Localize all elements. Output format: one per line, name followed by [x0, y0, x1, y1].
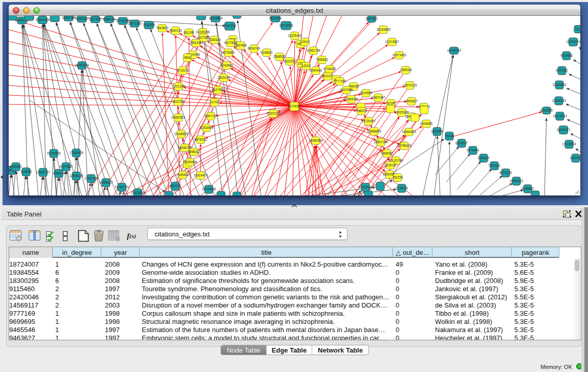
svg-text:10975887: 10975887	[59, 165, 73, 168]
svg-text:19654923: 19654923	[402, 130, 416, 134]
svg-text:1615132: 1615132	[384, 163, 397, 167]
svg-text:15751074: 15751074	[566, 40, 580, 43]
svg-text:9146821: 9146821	[260, 51, 273, 54]
svg-text:7532621: 7532621	[488, 164, 500, 167]
svg-text:891295: 891295	[184, 31, 194, 34]
svg-text:62160: 62160	[386, 101, 396, 105]
svg-text:17359926: 17359926	[69, 151, 83, 155]
svg-text:7485063: 7485063	[400, 68, 412, 72]
svg-text:19166825: 19166825	[174, 132, 188, 136]
svg-text:26053346: 26053346	[75, 63, 89, 67]
svg-text:0699695: 0699695	[420, 122, 432, 125]
svg-text:20206526: 20206526	[47, 151, 61, 155]
svg-text:16543362: 16543362	[189, 41, 203, 45]
svg-text:6794028: 6794028	[323, 67, 336, 71]
svg-text:10025438: 10025438	[395, 111, 409, 114]
svg-text:7357224: 7357224	[224, 24, 236, 28]
svg-text:19937181: 19937181	[61, 16, 76, 19]
svg-text:8660123: 8660123	[169, 29, 182, 32]
svg-text:7515526: 7515526	[143, 23, 155, 27]
svg-text:41700: 41700	[210, 100, 219, 104]
svg-text:11923468: 11923468	[131, 191, 145, 194]
svg-text:17016504: 17016504	[562, 142, 576, 146]
svg-text:1167534: 1167534	[570, 156, 580, 160]
svg-text:19654925: 19654925	[171, 116, 185, 119]
svg-text:1221338: 1221338	[172, 84, 185, 88]
svg-text:9684067: 9684067	[381, 151, 393, 155]
svg-text:18724007: 18724007	[287, 104, 301, 108]
svg-text:11325419: 11325419	[288, 34, 302, 37]
svg-text:8471676: 8471676	[499, 171, 512, 174]
svg-text:3624554: 3624554	[360, 91, 372, 95]
svg-text:10910: 10910	[300, 40, 310, 43]
svg-text:2867608: 2867608	[234, 43, 247, 47]
svg-text:20691406: 20691406	[35, 18, 50, 21]
svg-text:25300215: 25300215	[266, 112, 280, 115]
svg-text:3375685: 3375685	[222, 51, 234, 54]
svg-text:1810755: 1810755	[172, 100, 184, 103]
svg-text:2935114: 2935114	[477, 156, 490, 160]
svg-text:9329966: 9329966	[560, 54, 573, 57]
svg-text:(x): (x)	[129, 233, 136, 239]
svg-text:1733426: 1733426	[396, 186, 408, 190]
svg-text:8213955: 8213955	[540, 108, 553, 112]
svg-text:21364436: 21364436	[344, 97, 358, 101]
svg-text:12975115: 12975115	[403, 83, 417, 87]
svg-text:12615: 12615	[301, 64, 311, 68]
svg-text:8878332: 8878332	[194, 138, 207, 141]
svg-text:19384554: 19384554	[309, 139, 323, 142]
svg-text:15716485: 15716485	[202, 187, 216, 191]
svg-text:2588520: 2588520	[273, 55, 286, 58]
svg-text:10654112: 10654112	[510, 179, 524, 183]
svg-text:11353594: 11353594	[200, 126, 213, 129]
svg-text:8267110: 8267110	[205, 114, 217, 118]
svg-text:1145194: 1145194	[53, 171, 65, 175]
svg-text:8813054: 8813054	[269, 16, 281, 20]
svg-text:9327500: 9327500	[197, 36, 209, 39]
svg-text:252254: 252254	[393, 176, 403, 179]
svg-text:12942757: 12942757	[36, 170, 50, 174]
svg-text:9777169: 9777169	[334, 79, 346, 83]
svg-text:16099489: 16099489	[183, 160, 197, 164]
svg-text:10961758: 10961758	[306, 49, 320, 52]
svg-text:10756928: 10756928	[397, 144, 411, 147]
svg-text:16033809: 16033809	[208, 16, 223, 20]
svg-text:10958107: 10958107	[99, 181, 113, 184]
svg-text:10807487: 10807487	[371, 96, 385, 99]
svg-text:10853267: 10853267	[75, 17, 89, 20]
svg-text:7625402: 7625402	[177, 173, 189, 177]
svg-text:2718176: 2718176	[177, 69, 189, 72]
svg-text:9457791: 9457791	[169, 184, 181, 188]
svg-text:9227342: 9227342	[556, 69, 568, 72]
svg-text:16671355: 16671355	[127, 21, 142, 25]
svg-text:59338: 59338	[445, 134, 454, 138]
svg-text:1527602: 1527602	[89, 17, 101, 21]
svg-text:13226058: 13226058	[195, 30, 210, 34]
svg-text:9245652: 9245652	[521, 187, 534, 190]
svg-text:7986372: 7986372	[355, 109, 367, 113]
svg-text:10688609: 10688609	[367, 129, 381, 133]
svg-text:9242843: 9242843	[221, 63, 233, 67]
svg-text:9474444: 9474444	[467, 148, 479, 152]
svg-text:16210643: 16210643	[553, 114, 567, 118]
svg-text:19218506: 19218506	[279, 24, 293, 27]
svg-text:10973493: 10973493	[392, 53, 406, 57]
svg-text:16448784: 16448784	[447, 49, 461, 52]
svg-text:8454749: 8454749	[248, 47, 260, 50]
svg-text:6466160: 6466160	[103, 17, 115, 21]
svg-text:6379197: 6379197	[455, 141, 468, 145]
svg-text:16914479: 16914479	[193, 173, 208, 177]
svg-text:2435061: 2435061	[10, 165, 22, 168]
svg-text:2803144: 2803144	[217, 76, 230, 79]
svg-text:1115682: 1115682	[20, 170, 32, 173]
svg-text:9463627: 9463627	[405, 99, 418, 103]
svg-text:8186323: 8186323	[208, 38, 221, 41]
svg-text:8427552: 8427552	[212, 88, 224, 92]
svg-text:16782759: 16782759	[115, 185, 129, 189]
svg-text:12505135: 12505135	[69, 174, 83, 178]
svg-text:8990443: 8990443	[310, 69, 322, 72]
svg-text:14139141: 14139141	[358, 185, 373, 189]
svg-text:9896: 9896	[184, 56, 191, 59]
svg-text:3498222: 3498222	[188, 150, 200, 154]
svg-text:12213967: 12213967	[385, 40, 399, 43]
